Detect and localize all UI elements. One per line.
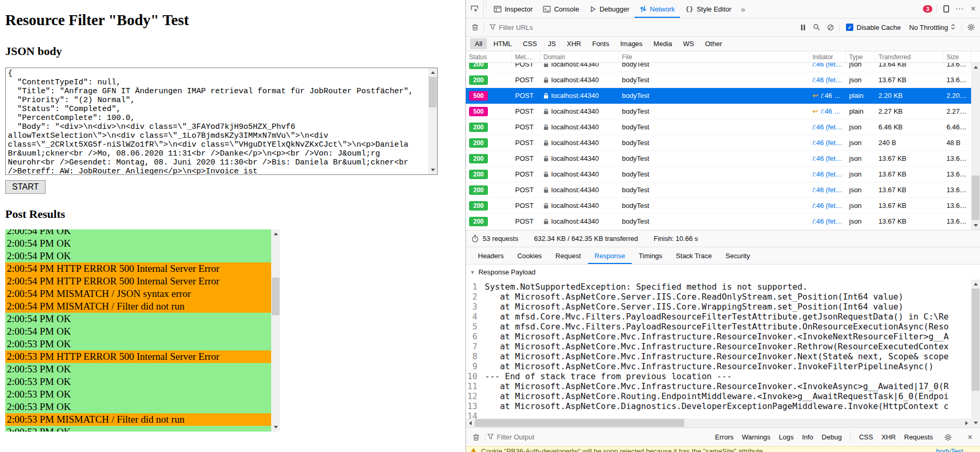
column-size[interactable]: Size	[943, 51, 971, 62]
request-filter-pill[interactable]: HTML	[488, 38, 516, 49]
scroll-up-button[interactable]	[271, 229, 280, 238]
initiator-link[interactable]: /:46 (fetch)	[812, 63, 843, 68]
request-filter-pill[interactable]: XHR	[562, 38, 586, 49]
column-status[interactable]: Status	[466, 51, 512, 62]
console-filter-input[interactable]	[497, 433, 603, 441]
scroll-up-button[interactable]	[971, 63, 980, 72]
network-request-row[interactable]: 200 POST localhost:44340 bodyTest ↩ /:46…	[466, 72, 971, 88]
network-request-row[interactable]: 200 POST localhost:44340 bodyTest ↩ /:46…	[466, 182, 971, 198]
scrollbar-thumb[interactable]	[475, 419, 684, 427]
network-request-row[interactable]: 200 POST localhost:44340 bodyTest ↩ /:46…	[466, 119, 971, 135]
tab-debugger[interactable]: Debugger	[584, 0, 634, 18]
detail-tab[interactable]: Timings	[632, 247, 669, 264]
network-request-row[interactable]: 200 POST localhost:44340 bodyTest ↩ /:46…	[466, 198, 971, 214]
results-scrollbar[interactable]	[271, 229, 280, 432]
initiator-link[interactable]: /:46 (fetch)	[812, 186, 843, 194]
scroll-down-button[interactable]	[971, 418, 980, 427]
pick-element-button[interactable]	[466, 0, 484, 18]
request-filter-pill[interactable]: WS	[678, 38, 699, 49]
initiator-link[interactable]: /:46 (fetch)	[812, 170, 843, 178]
request-filter-pill[interactable]: All	[470, 38, 487, 49]
pause-log-icon[interactable]	[796, 20, 810, 34]
responsive-design-icon[interactable]	[939, 2, 953, 16]
har-gear-icon[interactable]	[964, 20, 978, 34]
performance-clock-icon[interactable]	[471, 235, 479, 242]
close-devtools-icon[interactable]: ×	[966, 2, 980, 16]
request-filter-pill[interactable]: CSS	[518, 38, 542, 49]
twisty-icon[interactable]: ▼	[470, 270, 475, 275]
initiator-link[interactable]: /:46 (fetch)	[812, 123, 843, 131]
network-request-row[interactable]: 500 POST localhost:44340 bodyTest ↩ /:46…	[466, 88, 971, 104]
console-filter-errors[interactable]: Errors	[715, 433, 733, 441]
console-filter-debug[interactable]: Debug	[822, 433, 842, 441]
initiator-link[interactable]: /:46 (fetch)	[812, 139, 843, 147]
column-initiator[interactable]: Initiator	[809, 51, 846, 62]
initiator-link[interactable]: /:46 (fetch)	[821, 107, 843, 115]
warning-source-link[interactable]: bodyTest	[936, 447, 976, 452]
console-filter-field[interactable]	[487, 433, 603, 441]
code-horizontal-scrollbar[interactable]	[466, 418, 971, 427]
clear-console-button[interactable]	[469, 431, 483, 444]
initiator-link[interactable]: /:46 (fetch)	[812, 155, 843, 162]
scrollbar-thumb[interactable]	[429, 77, 437, 107]
console-filter-logs[interactable]: Logs	[779, 433, 794, 441]
console-filter-warnings[interactable]: Warnings	[742, 433, 770, 441]
scroll-down-button[interactable]	[428, 166, 437, 174]
console-filter-requests[interactable]: Requests	[904, 433, 933, 441]
filter-urls-field[interactable]	[486, 24, 796, 31]
column-transferred[interactable]: Transferred	[875, 51, 943, 62]
start-button[interactable]: START	[5, 180, 46, 194]
console-filter-css[interactable]: CSS	[859, 433, 873, 441]
detail-tab[interactable]: Request	[549, 247, 587, 264]
tab-style-editor[interactable]: {} Style Editor	[680, 0, 737, 18]
scroll-right-button[interactable]	[962, 418, 971, 427]
filter-urls-input[interactable]	[499, 24, 793, 31]
column-file[interactable]: File	[619, 51, 809, 62]
network-list-scrollbar[interactable]	[971, 63, 980, 230]
scroll-up-button[interactable]	[971, 280, 980, 289]
column-type[interactable]: Type	[846, 51, 875, 62]
scrollbar-thumb[interactable]	[972, 289, 979, 391]
tab-console[interactable]: Console	[538, 0, 584, 18]
network-request-row[interactable]: 200 POST localhost:44340 bodyTest ↩ /:46…	[466, 167, 971, 182]
network-request-row[interactable]: 500 POST localhost:44340 bodyTest ↩ /:46…	[466, 104, 971, 119]
console-warning-message[interactable]: Cookie "PB36-Auth-developerlw" will be s…	[466, 446, 980, 452]
request-filter-pill[interactable]: Fonts	[587, 38, 614, 49]
more-tabs-chevron[interactable]: »	[737, 0, 749, 18]
scroll-down-button[interactable]	[971, 221, 980, 230]
meatball-menu-icon[interactable]: ···	[953, 2, 966, 16]
detail-tab[interactable]: Headers	[471, 247, 510, 264]
request-filter-pill[interactable]: Images	[616, 38, 648, 49]
console-filter-xhr[interactable]: XHR	[882, 433, 896, 441]
network-request-row[interactable]: 200 POST localhost:44340 bodyTest ↩ /:46…	[466, 63, 971, 72]
initiator-link[interactable]: /:46 (fetch)	[812, 202, 843, 210]
column-domain[interactable]: Domain	[540, 51, 619, 62]
request-filter-pill[interactable]: JS	[543, 38, 561, 49]
detail-tab[interactable]: Cookies	[510, 247, 549, 264]
network-request-row[interactable]: 200 POST localhost:44340 bodyTest ↩ /:46…	[466, 135, 971, 151]
textarea-scrollbar[interactable]	[428, 68, 437, 174]
scrollbar-thumb[interactable]	[272, 278, 280, 315]
console-settings-gear-icon[interactable]	[941, 431, 955, 444]
search-icon[interactable]	[810, 20, 823, 34]
error-count-badge[interactable]: 3	[923, 5, 932, 13]
tab-inspector[interactable]: Inspector	[488, 0, 538, 18]
close-console-icon[interactable]: ×	[963, 431, 977, 444]
detail-tab[interactable]: Stack Trace	[669, 247, 719, 264]
request-filter-pill[interactable]: Other	[700, 38, 727, 49]
initiator-link[interactable]: /:46 (fetch)	[812, 76, 843, 84]
detail-tab[interactable]: Response	[588, 247, 632, 264]
detail-tab[interactable]: Security	[719, 247, 757, 264]
initiator-link[interactable]: /:46 (fetch)	[812, 217, 843, 225]
json-body-textarea[interactable]: { "ContentTypeId": null, "Title": "Anfra…	[5, 68, 438, 175]
network-table-header[interactable]: Status Met… Domain File Initiator Type T…	[466, 51, 980, 63]
console-filter-info[interactable]: Info	[802, 433, 814, 441]
clear-requests-button[interactable]	[468, 20, 482, 34]
throttling-select[interactable]: No Throttling	[909, 24, 955, 31]
tab-network[interactable]: Network	[634, 0, 680, 18]
network-request-row[interactable]: 200 POST localhost:44340 bodyTest ↩ /:46…	[466, 214, 971, 229]
scroll-down-button[interactable]	[271, 423, 280, 432]
scrollbar-thumb[interactable]	[972, 175, 979, 220]
network-request-row[interactable]: 200 POST localhost:44340 bodyTest ↩ /:46…	[466, 151, 971, 167]
initiator-link[interactable]: /:46 (fetch)	[821, 92, 843, 100]
